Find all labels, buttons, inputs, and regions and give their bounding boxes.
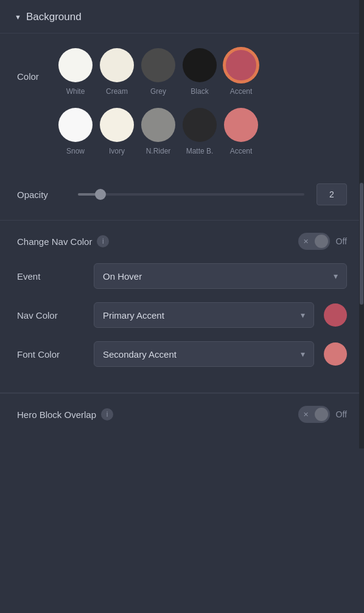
panel: ▼ Background Color White Cream Grey (0, 0, 364, 448)
color-row-1: Color White Cream Grey Black (17, 48, 347, 96)
opacity-slider[interactable] (78, 193, 304, 196)
chevron-down-icon: ▼ (15, 13, 21, 21)
hero-block-off-label: Off (336, 409, 347, 419)
nav-color-chevron-icon: ▾ (301, 310, 305, 320)
opacity-value: 2 (317, 183, 347, 205)
change-nav-color-row: Change Nav Color i ✕ Off (17, 233, 347, 250)
swatch-circle-black[interactable] (183, 48, 217, 82)
swatch-circle-matteb[interactable] (183, 108, 217, 142)
swatch-circle-accent[interactable] (224, 48, 258, 82)
font-color-value: Secondary Accent (103, 349, 177, 360)
change-nav-toggle-group: ✕ Off (298, 233, 347, 250)
swatch-circle-snow[interactable] (58, 108, 93, 142)
opacity-label: Opacity (17, 190, 66, 200)
hero-block-row: Hero Block Overlap i ✕ Off (17, 406, 347, 423)
nav-color-dropdown[interactable]: Primary Accent ▾ (94, 302, 314, 328)
color-swatches-row1: White Cream Grey Black Accent (58, 48, 258, 96)
color-section: Color White Cream Grey Black (0, 34, 364, 174)
hero-toggle-x-icon: ✕ (303, 411, 309, 419)
swatch-circle-white[interactable] (58, 48, 93, 82)
nav-color-value: Primary Accent (103, 310, 164, 321)
swatch-white[interactable]: White (58, 48, 93, 96)
swatch-black[interactable]: Black (183, 48, 217, 96)
swatch-grey[interactable]: Grey (141, 48, 175, 96)
swatch-accent-selected[interactable]: Accent (224, 48, 258, 96)
swatch-label-snow: Snow (66, 147, 85, 155)
swatch-snow[interactable]: Snow (58, 108, 93, 155)
scrollbar-track[interactable] (359, 0, 364, 448)
color-label: Color (17, 48, 58, 82)
swatch-label-ivory: Ivory (109, 147, 125, 155)
nav-color-label: Nav Color (17, 310, 84, 321)
swatch-ivory[interactable]: Ivory (100, 108, 134, 155)
font-color-label: Font Color (17, 349, 84, 360)
swatch-circle-grey[interactable] (141, 48, 175, 82)
change-nav-label-group: Change Nav Color i (17, 235, 109, 247)
swatch-label-grey: Grey (150, 87, 166, 96)
swatch-label-accent-pink: Accent (230, 147, 253, 155)
nav-color-dot[interactable] (324, 303, 347, 327)
event-label: Event (17, 271, 84, 282)
swatch-label-black: Black (191, 87, 208, 96)
swatch-label-matteb: Matte B. (186, 147, 214, 155)
section-header: ▼ Background (0, 0, 364, 34)
swatch-circle-accent-pink[interactable] (224, 108, 258, 142)
hero-block-info-icon[interactable]: i (101, 408, 113, 420)
hero-block-label: Hero Block Overlap (17, 409, 96, 420)
section-title: Background (26, 11, 82, 23)
event-dropdown-value: On Hover (103, 271, 142, 282)
scrollbar-thumb[interactable] (360, 183, 363, 305)
slider-container (78, 193, 304, 196)
change-nav-info-icon[interactable]: i (97, 235, 109, 247)
swatch-label-nrider: N.Rider (146, 147, 171, 155)
font-color-dot[interactable] (324, 342, 347, 366)
swatch-circle-ivory[interactable] (100, 108, 134, 142)
swatch-circle-nrider[interactable] (141, 108, 175, 142)
swatch-accent-pink[interactable]: Accent (224, 108, 258, 155)
hero-block-toggle-group: ✕ Off (298, 406, 347, 423)
toggle-knob (315, 235, 328, 248)
opacity-section: Opacity 2 (0, 174, 364, 220)
swatch-label-white: White (66, 87, 85, 96)
change-nav-off-label: Off (336, 236, 347, 246)
nav-color-row: Nav Color Primary Accent ▾ (17, 302, 347, 328)
font-color-dropdown[interactable]: Secondary Accent ▾ (94, 341, 314, 367)
swatch-label-cream: Cream (106, 87, 128, 96)
hero-block-section: Hero Block Overlap i ✕ Off (0, 393, 364, 448)
swatch-circle-cream[interactable] (100, 48, 134, 82)
swatch-nrider[interactable]: N.Rider (141, 108, 175, 155)
event-row: Event On Hover ▾ (17, 263, 347, 289)
change-nav-toggle[interactable]: ✕ (298, 233, 330, 250)
change-nav-label: Change Nav Color (17, 236, 92, 247)
color-swatches-row2: Snow Ivory N.Rider Matte B. Accent (58, 108, 258, 155)
swatch-label-accent: Accent (230, 87, 253, 96)
toggle-x-icon: ✕ (303, 238, 309, 246)
settings-section: Change Nav Color i ✕ Off Event On Hover … (0, 221, 364, 392)
font-color-chevron-icon: ▾ (301, 349, 305, 359)
event-chevron-icon: ▾ (334, 271, 338, 281)
color-row-2: Snow Ivory N.Rider Matte B. Accent (17, 108, 347, 155)
swatch-matteb[interactable]: Matte B. (183, 108, 217, 155)
font-color-row: Font Color Secondary Accent ▾ (17, 341, 347, 367)
hero-block-toggle[interactable]: ✕ (298, 406, 330, 423)
hero-toggle-knob (315, 408, 328, 421)
event-dropdown[interactable]: On Hover ▾ (94, 263, 347, 289)
swatch-cream[interactable]: Cream (100, 48, 134, 96)
hero-block-label-group: Hero Block Overlap i (17, 408, 113, 420)
